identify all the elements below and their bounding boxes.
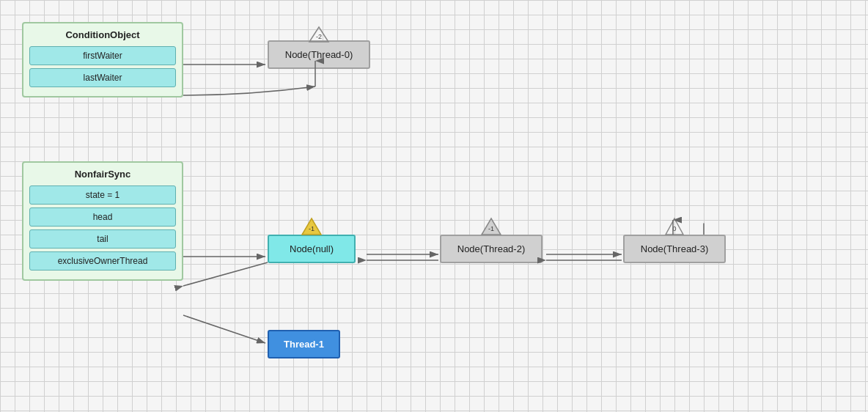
field-tail: tail <box>29 229 176 249</box>
node-thread3-label: Node(Thread-3) <box>641 243 709 254</box>
arrow-exclusive-to-thread1 <box>183 315 265 343</box>
thread1-label: Thread-1 <box>284 339 324 350</box>
field-first-waiter: firstWaiter <box>29 46 176 65</box>
arrow-null-to-tail <box>183 262 268 286</box>
field-head: head <box>29 207 176 227</box>
condition-object-box: ConditionObject firstWaiter lastWaiter <box>22 22 183 98</box>
node-thread0: -2 Node(Thread-0) <box>268 40 370 69</box>
node-thread0-label: Node(Thread-0) <box>285 49 353 60</box>
badge-triangle-null: -1 <box>301 217 323 236</box>
diagram-container: ConditionObject firstWaiter lastWaiter N… <box>0 0 868 412</box>
node-null-label: Node(null) <box>290 243 334 254</box>
svg-text:-1: -1 <box>309 225 315 232</box>
node-null: -1 Node(null) <box>268 235 356 263</box>
thread1-box: Thread-1 <box>268 330 340 358</box>
field-exclusive-owner: exclusiveOwnerThread <box>29 251 176 271</box>
badge-triangle-thread0: -2 <box>308 26 330 43</box>
nonfair-sync-title: NonfairSync <box>29 169 176 180</box>
nonfair-sync-box: NonfairSync state = 1 head tail exclusiv… <box>22 161 183 281</box>
arrow-last-waiter-to-thread0 <box>183 87 315 95</box>
field-state: state = 1 <box>29 185 176 205</box>
condition-object-title: ConditionObject <box>29 29 176 40</box>
field-last-waiter: lastWaiter <box>29 68 176 87</box>
badge-triangle-thread2: -1 <box>480 217 502 236</box>
svg-text:-1: -1 <box>488 225 494 232</box>
svg-text:0: 0 <box>672 225 676 232</box>
svg-text:-2: -2 <box>316 33 322 40</box>
node-thread2-label: Node(Thread-2) <box>457 243 526 254</box>
badge-outline-thread3: 0 <box>664 217 685 236</box>
node-thread2: -1 Node(Thread-2) <box>440 235 542 263</box>
node-thread3: 0 Node(Thread-3) <box>623 235 726 263</box>
